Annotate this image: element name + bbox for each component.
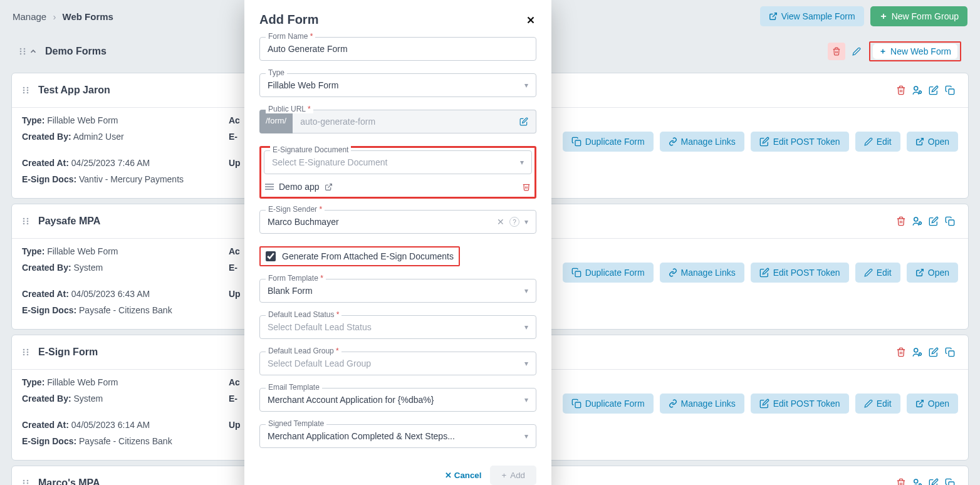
duplicate-form-button[interactable]: Duplicate Form xyxy=(563,394,654,414)
svg-point-28 xyxy=(914,217,918,221)
new-web-form-button[interactable]: New Web Form xyxy=(873,44,957,59)
new-form-group-button[interactable]: New Form Group xyxy=(870,6,967,26)
sender-value: Marco Buchmayer xyxy=(268,217,339,227)
copy-card-button[interactable] xyxy=(942,213,958,229)
users-card-button[interactable] xyxy=(909,82,925,98)
add-label: Add xyxy=(510,471,525,480)
edit-form-button[interactable]: Edit xyxy=(855,263,900,283)
edit-url-button[interactable] xyxy=(519,117,528,126)
plus-icon: + xyxy=(501,471,506,480)
chevron-down-icon: ▾ xyxy=(520,158,524,167)
clear-sender-button[interactable]: ✕ xyxy=(497,217,504,227)
lead-status-label: Default Lead Status * xyxy=(266,310,341,319)
chevron-down-icon: ▾ xyxy=(524,81,528,90)
duplicate-form-button[interactable]: Duplicate Form xyxy=(563,263,654,283)
public-url-value: auto-generate-form xyxy=(300,117,375,127)
manage-links-button[interactable]: Manage Links xyxy=(660,132,744,152)
plus-icon xyxy=(879,48,887,55)
signed-template-label: Signed Template xyxy=(266,419,326,428)
edit-card-button[interactable] xyxy=(925,475,942,485)
svg-point-17 xyxy=(914,86,918,90)
collapse-toggle-icon[interactable] xyxy=(29,47,38,56)
manage-links-button[interactable]: Manage Links xyxy=(660,394,744,414)
modal-close-button[interactable] xyxy=(525,14,536,26)
edit-post-token-button[interactable]: Edit POST Token xyxy=(751,132,849,152)
open-form-button[interactable]: Open xyxy=(907,394,958,414)
svg-point-6 xyxy=(24,51,26,53)
users-card-button[interactable] xyxy=(909,213,925,229)
open-esig-doc-button[interactable] xyxy=(325,183,333,191)
help-icon[interactable]: ? xyxy=(509,217,519,227)
esig-doc-placeholder: Select E-Signature Document xyxy=(272,157,387,167)
svg-point-39 xyxy=(914,348,918,352)
svg-rect-30 xyxy=(949,220,954,226)
drag-handle-icon[interactable] xyxy=(265,184,274,190)
chevron-down-icon: ▾ xyxy=(524,286,528,295)
copy-card-button[interactable] xyxy=(942,344,958,360)
svg-rect-52 xyxy=(949,482,954,485)
delete-group-button[interactable] xyxy=(828,43,845,60)
add-form-modal: Add Form Form Name * Type Fillable Web F… xyxy=(244,0,551,485)
svg-rect-42 xyxy=(575,402,581,408)
manage-links-button[interactable]: Manage Links xyxy=(660,263,744,283)
pencil-icon xyxy=(852,47,861,56)
users-card-button[interactable] xyxy=(909,475,925,485)
remove-esig-doc-button[interactable] xyxy=(522,182,531,191)
svg-point-46 xyxy=(23,482,25,484)
cancel-button[interactable]: ✕ Cancel xyxy=(445,471,482,480)
svg-point-50 xyxy=(914,479,918,483)
generate-from-esign-label[interactable]: Generate From Attached E-Sign Documents xyxy=(282,251,454,261)
delete-card-button[interactable] xyxy=(893,344,909,360)
edit-form-button[interactable]: Edit xyxy=(855,132,900,152)
drag-handle-icon[interactable] xyxy=(19,47,26,56)
delete-card-button[interactable] xyxy=(893,82,909,98)
edit-card-button[interactable] xyxy=(925,82,942,98)
edit-card-button[interactable] xyxy=(925,344,942,360)
form-template-value: Blank Form xyxy=(268,286,313,296)
svg-point-24 xyxy=(23,221,25,222)
copy-card-button[interactable] xyxy=(942,82,958,98)
copy-card-button[interactable] xyxy=(942,475,958,485)
edit-post-token-button[interactable]: Edit POST Token xyxy=(751,263,849,283)
type-select[interactable]: Fillable Web Form ▾ xyxy=(259,73,536,97)
public-url-input[interactable]: auto-generate-form xyxy=(293,110,536,133)
edit-post-token-button[interactable]: Edit POST Token xyxy=(751,394,849,414)
trash-icon xyxy=(522,182,531,191)
drag-handle-icon[interactable] xyxy=(22,217,29,226)
breadcrumb: Manage › Web Forms xyxy=(13,11,113,22)
breadcrumb-root[interactable]: Manage xyxy=(13,11,46,22)
svg-point-12 xyxy=(27,87,29,89)
generate-from-esign-checkbox[interactable] xyxy=(266,251,276,261)
lead-group-placeholder: Select Default Lead Group xyxy=(268,358,371,368)
plus-icon xyxy=(879,12,888,21)
open-form-button[interactable]: Open xyxy=(907,132,958,152)
drag-handle-icon[interactable] xyxy=(22,348,29,357)
breadcrumb-current: Web Forms xyxy=(63,11,113,22)
svg-point-35 xyxy=(23,352,25,353)
drag-handle-icon[interactable] xyxy=(22,479,29,485)
svg-point-37 xyxy=(23,354,25,356)
svg-line-43 xyxy=(919,400,923,404)
trash-icon xyxy=(832,47,841,56)
add-button[interactable]: + Add xyxy=(490,466,536,485)
delete-card-button[interactable] xyxy=(893,475,909,485)
edit-card-button[interactable] xyxy=(925,213,942,229)
svg-rect-31 xyxy=(575,271,581,277)
new-form-group-label: New Form Group xyxy=(892,11,959,21)
open-form-button[interactable]: Open xyxy=(907,263,958,283)
delete-card-button[interactable] xyxy=(893,213,909,229)
users-card-button[interactable] xyxy=(909,344,925,360)
cancel-label: Cancel xyxy=(454,471,482,480)
view-sample-form-button[interactable]: View Sample Form xyxy=(760,6,864,26)
svg-line-32 xyxy=(919,269,923,273)
duplicate-form-button[interactable]: Duplicate Form xyxy=(563,132,654,152)
edit-form-button[interactable]: Edit xyxy=(855,394,900,414)
esig-doc-label: E-Signature Document xyxy=(270,145,351,154)
drag-handle-icon[interactable] xyxy=(22,86,29,95)
chevron-down-icon: ▾ xyxy=(524,432,528,441)
svg-point-16 xyxy=(27,92,29,94)
breadcrumb-separator: › xyxy=(53,11,56,22)
close-icon: ✕ xyxy=(445,471,452,480)
svg-point-7 xyxy=(20,53,22,55)
edit-group-button[interactable] xyxy=(848,43,865,60)
